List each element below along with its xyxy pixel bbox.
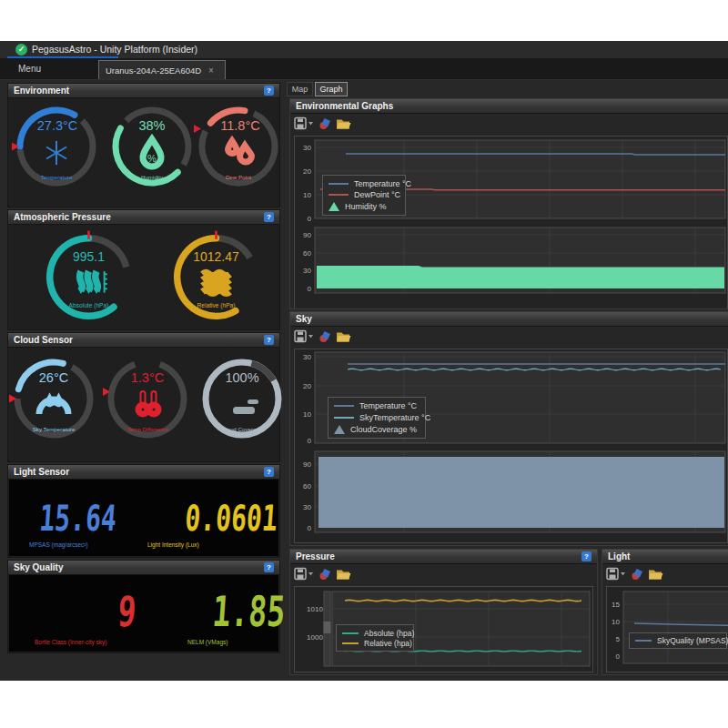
- svg-text:1010: 1010: [307, 605, 323, 613]
- light-chart: 15 10 5 0: [607, 587, 728, 672]
- dew-point-gauge: 11.8°C Dew Point: [193, 101, 284, 192]
- open-folder-icon[interactable]: [337, 333, 351, 342]
- humidity-label: Humidity: [141, 174, 164, 180]
- content-area: Environment ? 27.3°C Temperature: [0, 80, 728, 681]
- relative-series-line: [345, 600, 581, 601]
- temperature-label: Temperature: [41, 174, 73, 180]
- absolute-pressure-value: 995.1: [73, 249, 105, 264]
- cloud-sensor-title: Cloud Sensor: [14, 335, 73, 345]
- humidity-value: 38%: [138, 118, 165, 133]
- snowflake-icon: [46, 141, 66, 165]
- open-folder-icon[interactable]: [337, 571, 351, 580]
- cloud-sensor-header: Cloud Sensor ?: [8, 333, 279, 348]
- cloud-coverage-value: 100%: [225, 370, 258, 385]
- menu-button[interactable]: Menu: [13, 62, 46, 76]
- env-humidity-chart: 90 60 30 0: [295, 226, 727, 309]
- clear-icon[interactable]: [632, 569, 643, 580]
- status-check-icon: ✓: [15, 44, 27, 56]
- sky-dome-icon: [39, 399, 68, 414]
- clear-icon[interactable]: [320, 118, 331, 129]
- svg-text:5: 5: [616, 635, 621, 643]
- legend-line: [329, 183, 349, 185]
- help-icon[interactable]: ?: [264, 212, 274, 222]
- svg-text:30: 30: [303, 503, 311, 511]
- sky-graphs-title: Sky: [296, 314, 312, 324]
- environmental-graphs-header: Environmental Graphs: [290, 99, 728, 114]
- legend-label: Relative (hpa): [364, 639, 412, 648]
- chart-toolbar: [294, 567, 358, 585]
- legend-label: DewPoint °C: [354, 190, 400, 199]
- mpsas-label: MPSAS (mag/arcsec²): [29, 541, 88, 548]
- cloud-sensor-panel: Cloud Sensor ? 26°C Sky Temperature: [7, 332, 280, 462]
- pressure-graphs-header: Pressure ?: [290, 550, 597, 564]
- absolute-pressure-label: Absolute (hPa): [69, 302, 109, 309]
- light-graphs-title: Light: [608, 551, 630, 561]
- svg-text:10: 10: [303, 191, 311, 199]
- temp-difference-gauge: 1.3°C Temp Difference: [102, 353, 193, 444]
- scrollbar-thumb[interactable]: [324, 622, 331, 633]
- light-chart-box: 15 10 5 0 SkyQuality (MPSAS): [606, 586, 728, 672]
- svg-text:10: 10: [303, 410, 311, 419]
- title-bar: ✓ PegasusAstro - Unity Platform (Insider…: [0, 41, 728, 58]
- help-icon[interactable]: ?: [264, 562, 274, 572]
- sky-cloudcoverage-chart: 90 60 30 0: [295, 448, 727, 535]
- sky-quality-header: Sky Quality ?: [8, 561, 279, 575]
- temp-difference-value: 1.3°C: [131, 370, 164, 385]
- open-folder-icon[interactable]: [649, 571, 663, 580]
- help-icon[interactable]: ?: [264, 86, 274, 96]
- chart-toolbar: [294, 329, 358, 348]
- sky-quality-title: Sky Quality: [14, 562, 63, 572]
- dew-droplets-icon: [228, 141, 252, 162]
- svg-text:15: 15: [612, 601, 620, 609]
- sky-temperature-gauge: 26°C Sky Temperature: [8, 353, 99, 444]
- temperature-value: 27.3°C: [37, 118, 78, 133]
- help-icon[interactable]: ?: [264, 467, 274, 477]
- legend-triangle: [329, 202, 339, 211]
- save-dropdown-icon[interactable]: [308, 122, 313, 126]
- device-tab[interactable]: Uranus-204A-25EA604D ×: [98, 60, 226, 79]
- save-icon[interactable]: [295, 331, 306, 342]
- svg-text:0: 0: [308, 215, 312, 223]
- relative-pressure-gauge: 1012.47 Relative (hPa): [167, 228, 265, 326]
- legend-line: [334, 417, 354, 419]
- svg-text:1000: 1000: [307, 633, 323, 642]
- environment-title: Environment: [14, 86, 69, 96]
- cloud-coverage-label: Cloud Coverage: [222, 426, 263, 432]
- save-dropdown-icon[interactable]: [308, 572, 313, 576]
- save-dropdown-icon[interactable]: [621, 572, 625, 576]
- save-icon[interactable]: [295, 118, 306, 129]
- svg-text:30: 30: [303, 144, 311, 152]
- legend-line: [342, 632, 359, 634]
- pressure-waves-icon: [203, 273, 230, 293]
- legend-label: CloudCoverage %: [350, 425, 417, 434]
- help-icon[interactable]: ?: [264, 335, 274, 345]
- clear-icon[interactable]: [320, 331, 331, 342]
- open-folder-icon[interactable]: [337, 120, 351, 129]
- lux-value: 0.0601: [184, 500, 278, 536]
- tab-map[interactable]: Map: [287, 82, 313, 96]
- temperature-gauge: 27.3°C Temperature: [11, 101, 102, 192]
- atmospheric-pressure-panel: Atmospheric Pressure ? 995.1: [7, 209, 280, 330]
- environmental-graphs-title: Environmental Graphs: [296, 101, 393, 111]
- clear-icon[interactable]: [320, 569, 331, 580]
- svg-text:0: 0: [308, 524, 312, 532]
- cloudcoverage-series-area: [318, 457, 724, 528]
- thermometers-icon: [138, 391, 158, 414]
- help-icon[interactable]: ?: [581, 551, 592, 561]
- main-tab-strip: Menu Uranus-204A-25EA604D ×: [0, 58, 728, 80]
- svg-text:0: 0: [616, 652, 621, 661]
- svg-text:60: 60: [303, 249, 311, 258]
- save-icon[interactable]: [607, 569, 618, 580]
- legend-label: Humidity %: [345, 202, 387, 211]
- save-icon[interactable]: [295, 569, 306, 580]
- save-dropdown-icon[interactable]: [308, 335, 313, 339]
- legend-label: SkyTemperature °C: [359, 413, 430, 422]
- close-icon[interactable]: ×: [208, 66, 214, 76]
- humidity-gauge: 38% % Humidity: [106, 101, 197, 192]
- legend-label: SkyQuality (MPSAS): [657, 636, 728, 645]
- svg-text:0: 0: [308, 285, 312, 293]
- legend-label: Temperature °C: [354, 179, 411, 188]
- legend-line: [334, 405, 354, 407]
- tab-graph[interactable]: Graph: [315, 82, 348, 96]
- pressure-down-arrows-icon: [78, 271, 107, 293]
